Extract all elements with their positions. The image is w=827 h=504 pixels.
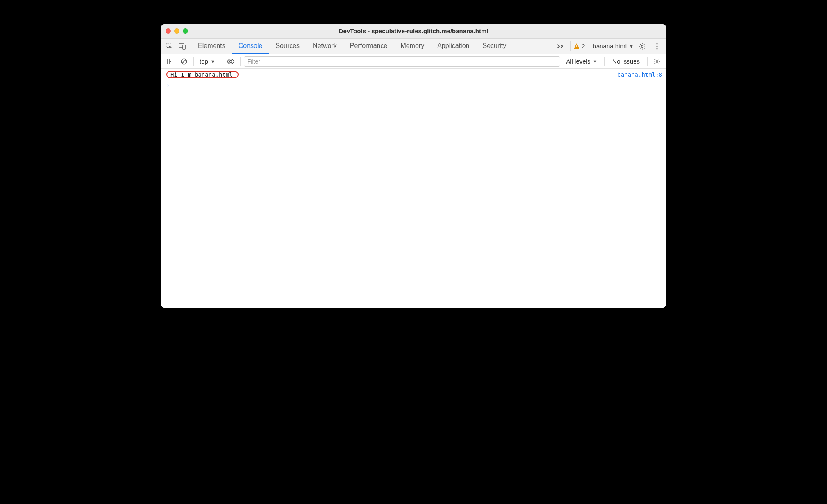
inspect-element-icon[interactable] xyxy=(163,40,175,52)
svg-point-7 xyxy=(656,45,657,47)
zoom-window-button[interactable] xyxy=(183,28,188,34)
svg-point-8 xyxy=(656,48,657,49)
log-source-link[interactable]: banana.html:8 xyxy=(617,71,662,78)
warning-icon xyxy=(573,43,580,50)
warnings-badge[interactable]: 2 xyxy=(570,41,585,51)
tab-security[interactable]: Security xyxy=(476,39,513,54)
filter-input[interactable] xyxy=(244,56,560,67)
tab-application[interactable]: Application xyxy=(431,39,476,54)
context-label: top xyxy=(200,58,208,65)
tab-memory[interactable]: Memory xyxy=(394,39,431,54)
chevron-down-icon: ▼ xyxy=(629,44,634,49)
window-controls xyxy=(166,28,188,34)
console-toolbar: top ▼ All levels ▼ No Issues xyxy=(161,54,666,69)
panel-tabs: Elements Console Sources Network Perform… xyxy=(191,39,513,54)
live-expression-icon[interactable] xyxy=(225,55,237,68)
titlebar: DevTools - speculative-rules.glitch.me/b… xyxy=(161,24,666,39)
svg-rect-4 xyxy=(576,48,577,48)
tab-performance[interactable]: Performance xyxy=(343,39,394,54)
log-entry[interactable]: Hi I'm banana.html banana.html:8 xyxy=(161,69,666,80)
devtools-window: DevTools - speculative-rules.glitch.me/b… xyxy=(161,24,666,308)
svg-rect-2 xyxy=(183,45,185,49)
issues-label: No Issues xyxy=(612,58,640,65)
tab-console[interactable]: Console xyxy=(232,39,269,54)
panel-tabs-row: Elements Console Sources Network Perform… xyxy=(161,39,666,54)
levels-label: All levels xyxy=(566,58,590,65)
console-prompt[interactable]: › xyxy=(161,80,666,91)
chevron-down-icon: ▼ xyxy=(211,59,215,64)
inspect-tools xyxy=(163,39,191,54)
warnings-count: 2 xyxy=(582,43,585,50)
minimize-window-button[interactable] xyxy=(174,28,179,34)
tab-sources[interactable]: Sources xyxy=(269,39,306,54)
svg-line-12 xyxy=(182,59,186,63)
device-toolbar-icon[interactable] xyxy=(176,40,189,52)
more-tabs-icon[interactable] xyxy=(554,43,568,50)
svg-point-13 xyxy=(229,60,232,62)
chevron-down-icon: ▼ xyxy=(593,59,597,64)
console-settings-icon[interactable] xyxy=(651,55,663,68)
tab-elements[interactable]: Elements xyxy=(191,39,232,54)
console-output: Hi I'm banana.html banana.html:8 › xyxy=(161,69,666,308)
execution-context-selector[interactable]: top ▼ xyxy=(197,58,218,65)
target-label: banana.html xyxy=(593,43,627,50)
toggle-sidebar-icon[interactable] xyxy=(164,55,176,68)
target-selector[interactable]: banana.html ▼ xyxy=(588,41,634,51)
log-message-highlight: Hi I'm banana.html xyxy=(166,71,239,78)
log-levels-selector[interactable]: All levels ▼ xyxy=(562,58,601,65)
window-title: DevTools - speculative-rules.glitch.me/b… xyxy=(161,27,666,34)
svg-rect-9 xyxy=(167,59,173,64)
more-options-icon[interactable] xyxy=(651,40,663,52)
clear-console-icon[interactable] xyxy=(178,55,190,68)
close-window-button[interactable] xyxy=(166,28,171,34)
svg-rect-3 xyxy=(576,45,577,47)
prompt-caret-icon: › xyxy=(166,82,170,89)
settings-icon[interactable] xyxy=(636,40,648,52)
svg-point-5 xyxy=(641,45,643,47)
tab-network[interactable]: Network xyxy=(306,39,343,54)
tabs-right-controls: 2 banana.html ▼ xyxy=(554,39,663,54)
issues-indicator[interactable]: No Issues xyxy=(608,58,644,65)
log-message: Hi I'm banana.html xyxy=(170,71,233,78)
svg-point-6 xyxy=(656,43,657,44)
svg-point-14 xyxy=(656,60,658,62)
